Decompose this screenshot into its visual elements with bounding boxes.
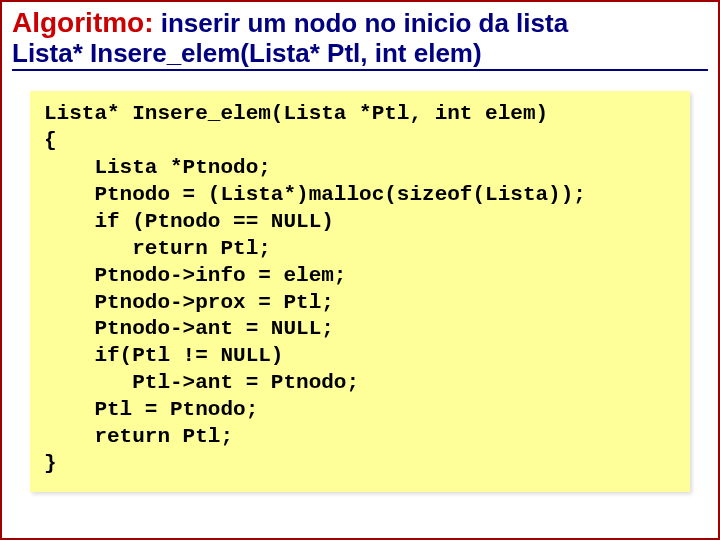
code-line: Ptnodo->info = elem; [44,264,346,287]
title-signature: Lista* Insere_elem(Lista* Ptl, int elem) [12,39,708,72]
title-line-1: Algoritmo: inserir um nodo no inicio da … [12,8,708,39]
code-line: Ptnodo = (Lista*)malloc(sizeof(Lista)); [44,183,586,206]
code-line: Ptl = Ptnodo; [44,398,258,421]
code-line: Lista* Insere_elem(Lista *Ptl, int elem) [44,102,548,125]
code-line: if (Ptnodo == NULL) [44,210,334,233]
code-line: return Ptl; [44,237,271,260]
code-line: if(Ptl != NULL) [44,344,283,367]
slide-frame: Algoritmo: inserir um nodo no inicio da … [0,0,720,540]
code-line: Lista *Ptnodo; [44,156,271,179]
code-line: Ptnodo->prox = Ptl; [44,291,334,314]
code-line: return Ptl; [44,425,233,448]
code-line: Ptnodo->ant = NULL; [44,317,334,340]
code-line: Ptl->ant = Ptnodo; [44,371,359,394]
code-line: } [44,452,57,475]
code-block: Lista* Insere_elem(Lista *Ptl, int elem)… [30,91,690,491]
code-line: { [44,129,57,152]
title-description: inserir um nodo no inicio da lista [154,8,569,38]
title-keyword: Algoritmo: [12,7,154,38]
